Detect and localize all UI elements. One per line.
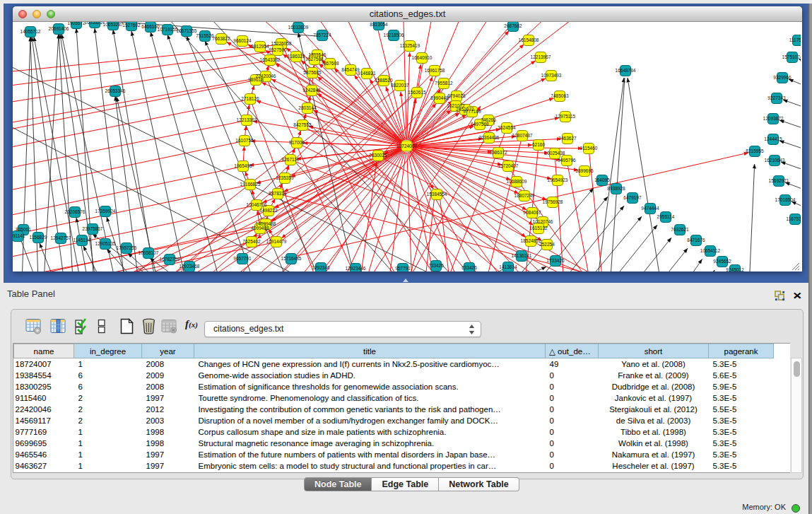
svg-text:1244415: 1244415: [764, 136, 782, 141]
svg-text:9146821: 9146821: [358, 71, 376, 76]
svg-text:9657791: 9657791: [233, 256, 252, 261]
svg-text:18524851: 18524851: [521, 238, 541, 243]
svg-text:1235359: 1235359: [276, 175, 294, 180]
svg-text:10958107: 10958107: [139, 250, 159, 255]
svg-text:633426: 633426: [461, 265, 477, 270]
svg-text:15720407: 15720407: [498, 163, 519, 168]
svg-text:9227343: 9227343: [767, 95, 786, 100]
svg-text:6479197: 6479197: [623, 195, 642, 200]
svg-text:16210643: 16210643: [765, 158, 785, 163]
svg-text:9084067: 9084067: [523, 210, 541, 215]
svg-text:15751074: 15751074: [782, 54, 801, 59]
svg-text:1413614: 1413614: [499, 264, 517, 269]
svg-text:17359924: 17359924: [95, 209, 116, 214]
svg-text:16640910: 16640910: [412, 55, 433, 60]
svg-text:1733426: 1733426: [546, 258, 565, 263]
svg-text:19218506: 19218506: [384, 33, 404, 37]
svg-text:10719155: 10719155: [158, 27, 178, 32]
svg-text:10688609: 10688609: [507, 179, 527, 184]
svg-text:12942757: 12942757: [51, 235, 71, 240]
svg-text:12905135: 12905135: [95, 241, 116, 246]
svg-text:16033809: 16033809: [288, 25, 309, 30]
svg-text:6497568: 6497568: [471, 122, 489, 127]
svg-text:1610755: 1610755: [235, 138, 254, 143]
svg-text:9660124: 9660124: [233, 38, 252, 43]
svg-text:10120746: 10120746: [533, 219, 553, 224]
svg-text:8912954: 8912954: [251, 44, 269, 49]
svg-text:9527500: 9527500: [269, 47, 287, 52]
svg-text:7625402: 7625402: [242, 239, 261, 244]
svg-text:2830025: 2830025: [369, 153, 387, 158]
svg-text:7515526: 7515526: [196, 33, 214, 38]
svg-text:9777169: 9777169: [463, 109, 481, 114]
svg-text:10654112: 10654112: [700, 248, 721, 253]
svg-text:16961758: 16961758: [425, 68, 445, 73]
svg-text:8813054: 8813054: [370, 22, 388, 27]
svg-text:9245012: 9245012: [726, 267, 744, 271]
svg-text:15692971: 15692971: [769, 178, 789, 183]
svg-text:8990448: 8990448: [430, 95, 449, 100]
svg-text:17016504: 17016504: [775, 197, 796, 202]
svg-text:835061: 835061: [16, 227, 31, 232]
svg-text:23975867: 23975867: [83, 226, 103, 231]
svg-text:7485063: 7485063: [551, 93, 569, 98]
svg-text:9242848: 9242848: [302, 88, 321, 93]
svg-text:8938928: 8938928: [607, 186, 625, 191]
svg-text:9329966: 9329966: [773, 75, 792, 80]
svg-text:19654923: 19654923: [548, 177, 568, 182]
svg-text:16053267: 16053267: [85, 22, 105, 25]
svg-text:1562615: 1562615: [408, 90, 426, 95]
svg-text:2803144: 2803144: [298, 105, 317, 110]
svg-text:817006: 817006: [289, 140, 305, 145]
svg-text:1167534: 1167534: [787, 216, 801, 221]
svg-text:9245652: 9245652: [713, 259, 731, 264]
svg-text:17957255: 17957255: [117, 245, 137, 250]
svg-text:8215955: 8215955: [746, 148, 764, 153]
svg-text:14055712: 14055712: [20, 29, 41, 34]
svg-text:1615132: 1615132: [529, 226, 548, 230]
svg-text:12093872: 12093872: [763, 116, 784, 121]
svg-text:9495796: 9495796: [558, 158, 576, 163]
svg-text:3624554: 3624554: [498, 125, 516, 130]
svg-text:12923468: 12923468: [180, 264, 200, 269]
svg-text:12975115: 12975115: [555, 114, 576, 119]
svg-text:9115460: 9115460: [580, 146, 598, 151]
svg-text:20364436: 20364436: [479, 135, 500, 140]
svg-text:2867608: 2867608: [321, 61, 339, 66]
svg-text:26053346: 26053346: [105, 88, 126, 93]
svg-text:989618: 989618: [248, 77, 264, 82]
svg-text:1588520: 1588520: [375, 78, 393, 83]
svg-text:1292346: 1292346: [312, 265, 330, 270]
svg-text:16671355: 16671355: [177, 28, 197, 33]
svg-text:5875685: 5875685: [303, 70, 322, 75]
svg-text:62160: 62160: [532, 142, 545, 147]
svg-text:391141: 391141: [13, 233, 25, 238]
svg-text:20206576: 20206576: [65, 209, 86, 214]
svg-text:1905572: 1905572: [67, 22, 86, 25]
svg-text:16648784: 16648784: [616, 68, 636, 73]
svg-text:10807487: 10807487: [512, 133, 533, 138]
svg-text:1498222: 1498222: [259, 208, 278, 213]
svg-text:16543382: 16543382: [260, 57, 281, 62]
svg-text:15716485: 15716485: [281, 256, 302, 261]
svg-text:8186328: 8186328: [287, 54, 305, 59]
svg-text:19756928: 19756928: [543, 199, 563, 204]
svg-text:12923446: 12923446: [346, 266, 366, 271]
svg-text:1527602: 1527602: [122, 23, 141, 28]
svg-text:6899695: 6899695: [575, 168, 594, 173]
svg-text:1156829: 1156829: [30, 235, 47, 240]
svg-text:10025438: 10025438: [545, 151, 565, 156]
svg-text:12213967: 12213967: [531, 54, 551, 59]
svg-text:19384554: 19384554: [427, 192, 447, 197]
svg-text:10046766: 10046766: [247, 202, 267, 207]
svg-text:7857224: 7857224: [313, 33, 331, 37]
svg-text:9474444: 9474444: [641, 206, 659, 211]
svg-text:2718126: 2718126: [241, 96, 259, 101]
svg-text:18724007: 18724007: [396, 144, 417, 148]
svg-text:14136141: 14136141: [512, 253, 532, 258]
svg-text:1965498: 1965498: [234, 163, 252, 168]
svg-text:8878334: 8878334: [269, 191, 287, 196]
svg-text:8822037: 8822037: [391, 83, 409, 88]
svg-text:20691406: 20691406: [49, 26, 69, 31]
svg-text:2955114: 2955114: [657, 214, 675, 219]
